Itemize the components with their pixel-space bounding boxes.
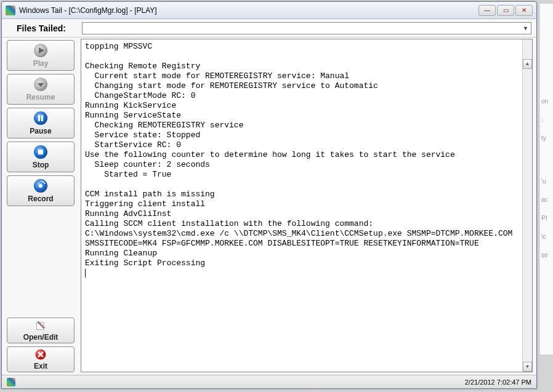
svg-point-10 <box>39 184 42 188</box>
play-button[interactable]: Play <box>7 40 75 71</box>
pause-icon <box>33 111 48 126</box>
play-label: Play <box>33 59 49 68</box>
statusbar: 2/21/2012 7:02:47 PM <box>2 375 536 388</box>
open-edit-button[interactable]: Open/Edit <box>7 318 75 343</box>
svg-point-4 <box>34 111 47 125</box>
close-button[interactable]: ✕ <box>515 5 533 16</box>
log-textarea[interactable]: topping MPSSVC Checking Remote Registry … <box>81 39 533 372</box>
files-tailed-label: Files Tailed: <box>7 23 76 33</box>
stop-label: Stop <box>33 161 49 169</box>
sidebar: Play Resume Pause Stop Record Open/Edi <box>2 38 81 375</box>
exit-button[interactable]: Exit <box>7 346 75 372</box>
status-datetime: 2/21/2012 7:02:47 PM <box>465 378 531 386</box>
svg-rect-8 <box>38 150 43 154</box>
window-controls: — ▭ ✕ <box>478 5 533 16</box>
toolbar-row: Files Tailed: ▼ <box>2 19 536 38</box>
file-select-dropdown[interactable]: ▼ <box>82 22 531 34</box>
chevron-down-icon: ▼ <box>523 25 528 31</box>
main-window: Windows Tail - [C:\ConfigMgr.log] - [PLA… <box>1 1 537 389</box>
record-icon <box>33 178 48 193</box>
record-label: Record <box>28 194 53 203</box>
edit-icon <box>34 319 47 332</box>
background-window-edge: on : ty 'u ac PI \c se <box>539 4 553 354</box>
pause-button[interactable]: Pause <box>7 108 75 138</box>
svg-rect-6 <box>41 115 43 121</box>
titlebar[interactable]: Windows Tail - [C:\ConfigMgr.log] - [PLA… <box>2 2 536 19</box>
resume-button[interactable]: Resume <box>7 74 75 105</box>
maximize-button[interactable]: ▭ <box>497 5 514 16</box>
pause-label: Pause <box>30 127 51 135</box>
content-area: Play Resume Pause Stop Record Open/Edi <box>2 38 536 375</box>
window-title: Windows Tail - [C:\ConfigMgr.log] - [PLA… <box>19 6 478 15</box>
play-icon <box>33 43 48 58</box>
open-edit-label: Open/Edit <box>23 333 59 342</box>
record-button[interactable]: Record <box>7 175 75 206</box>
log-content: topping MPSSVC Checking Remote Registry … <box>85 42 512 268</box>
exit-label: Exit <box>34 362 47 370</box>
minimize-button[interactable]: — <box>478 5 496 16</box>
svg-rect-5 <box>38 115 40 121</box>
resume-icon <box>33 77 48 92</box>
text-cursor <box>85 269 86 278</box>
stop-icon <box>33 145 48 159</box>
exit-icon <box>34 348 47 361</box>
app-icon <box>6 6 15 15</box>
resume-label: Resume <box>26 93 55 102</box>
status-app-icon <box>7 378 15 386</box>
scroll-track[interactable] <box>523 49 532 362</box>
vertical-scrollbar[interactable]: ▲ ▼ <box>522 39 532 372</box>
scroll-down-button[interactable]: ▼ <box>523 362 532 372</box>
stop-button[interactable]: Stop <box>7 142 75 172</box>
